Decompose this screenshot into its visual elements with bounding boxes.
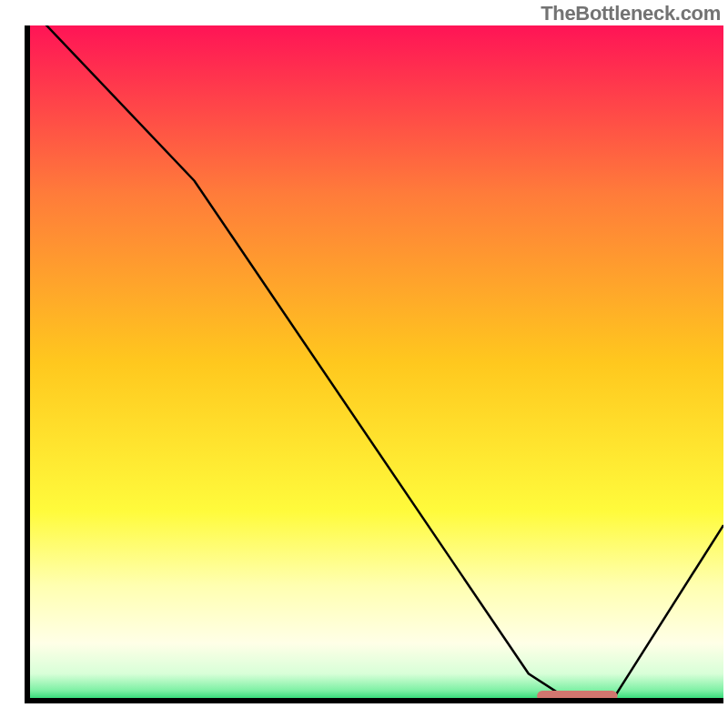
bottleneck-chart xyxy=(0,0,728,728)
plot-gradient-background xyxy=(27,25,723,701)
watermark-text: TheBottleneck.com xyxy=(541,2,721,25)
